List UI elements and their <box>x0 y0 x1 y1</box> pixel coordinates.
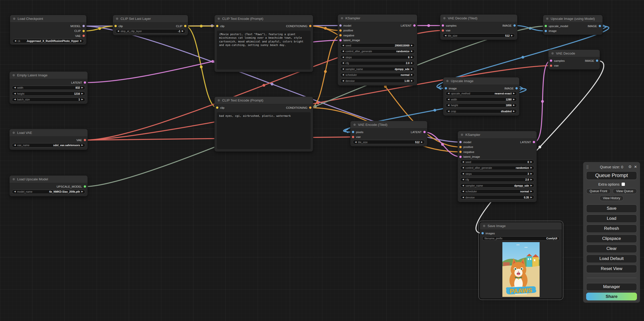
widget-decrement-icon[interactable]: ◀ <box>448 92 449 94</box>
save-button[interactable]: Save <box>586 204 637 213</box>
output-slot-image[interactable]: IMAGE <box>504 87 518 90</box>
ksampler-1[interactable]: KSamplermodelLATENTpositivenegativelaten… <box>338 15 417 85</box>
widget-increment-icon[interactable]: ▶ <box>411 44 413 46</box>
widget-sampler-name[interactable]: ◀sampler_namedpmpp_sde▶ <box>460 183 534 188</box>
input-slot-vae[interactable]: vae <box>442 29 451 32</box>
input-slot-model[interactable]: model <box>339 24 351 27</box>
node-title-bar[interactable]: CLIP Text Encode (Prompt) <box>215 97 313 104</box>
output-slot-image[interactable]: IMAGE <box>502 24 516 27</box>
input-slot-negative[interactable]: negative <box>339 34 354 37</box>
widget-increment-icon[interactable]: ▶ <box>411 74 413 76</box>
load-default-button[interactable]: Load Default <box>586 255 637 263</box>
output-port-icon[interactable] <box>84 81 86 84</box>
output-port-icon[interactable] <box>596 60 598 62</box>
widget-control-after-generate[interactable]: ◀control_after_generaterandomize▶ <box>340 49 415 54</box>
output-slot-image[interactable]: IMAGE <box>585 59 598 62</box>
widget-filename-prefix[interactable]: filename_prefixComfyUI <box>482 236 559 241</box>
vae-decode-tiled[interactable]: VAE Decode (Tiled)samplesIMAGEvae◀tile_s… <box>440 15 517 40</box>
input-slot-image[interactable]: image <box>445 87 457 90</box>
widget-increment-icon[interactable]: ▶ <box>82 191 83 193</box>
widget-width[interactable]: ◀width1280▶ <box>446 97 517 101</box>
node-title-bar[interactable]: VAE Encode (Tiled) <box>350 121 427 129</box>
load-checkpoint[interactable]: Load CheckpointMODELCLIPVAE◀ckJuggernaut… <box>10 15 86 45</box>
queue-prompt-button[interactable]: Queue Prompt <box>586 171 637 180</box>
collapse-dot-icon[interactable] <box>546 18 548 20</box>
widget-increment-icon[interactable]: ▶ <box>531 179 532 181</box>
widget-height[interactable]: ◀height1856▶ <box>446 103 517 108</box>
input-port-icon[interactable] <box>442 24 444 27</box>
node-title-bar[interactable]: Save Image <box>480 222 562 230</box>
input-slot-upscale-model[interactable]: upscale_model <box>545 25 568 28</box>
widget-increment-icon[interactable]: ▶ <box>531 185 532 187</box>
widget-increment-icon[interactable]: ▶ <box>411 68 413 70</box>
output-slot-clip[interactable]: CLIP <box>74 29 85 32</box>
widget-decrement-icon[interactable]: ◀ <box>355 141 356 143</box>
node-title-bar[interactable]: Load Upscale Model <box>10 176 88 183</box>
widget-increment-icon[interactable]: ▶ <box>82 93 83 95</box>
widget-steps[interactable]: ◀steps6▶ <box>340 55 415 59</box>
node-title-bar[interactable]: KSampler <box>338 15 417 22</box>
widget-decrement-icon[interactable]: ◀ <box>14 144 16 146</box>
output-port-icon[interactable] <box>309 106 311 109</box>
collapse-dot-icon[interactable] <box>13 132 15 134</box>
input-port-icon[interactable] <box>481 232 484 234</box>
widget-scheduler[interactable]: ◀schedulernormal▶ <box>340 73 415 77</box>
widget-increment-icon[interactable]: ▶ <box>513 104 515 106</box>
load-button[interactable]: Load <box>586 215 637 223</box>
clip-text-encode-negative[interactable]: CLIP Text Encode (Prompt)clipCONDITIONIN… <box>215 97 313 151</box>
node-title-bar[interactable]: CLIP Text Encode (Prompt) <box>215 15 313 23</box>
collapse-dot-icon[interactable] <box>461 134 463 136</box>
widget-scheduler[interactable]: ◀schedulernormal▶ <box>460 189 534 194</box>
widget-increment-icon[interactable]: ▶ <box>411 50 413 52</box>
node-title-bar[interactable]: VAE Decode (Tiled) <box>440 15 517 22</box>
collapse-dot-icon[interactable] <box>446 80 449 82</box>
collapse-dot-icon[interactable] <box>13 18 15 20</box>
input-port-icon[interactable] <box>545 30 547 32</box>
output-port-icon[interactable] <box>413 24 416 27</box>
output-port-icon[interactable] <box>83 30 85 32</box>
vae-encode-tiled[interactable]: VAE Encode (Tiled)pixelsLATENTvae◀tile_s… <box>350 121 427 146</box>
widget-sampler-name[interactable]: ◀sampler_namedpmpp_sde▶ <box>340 67 415 71</box>
widget-stop-at-clip-layer[interactable]: ◀stop_at_clip_layer-1▶ <box>115 29 186 33</box>
output-port-icon[interactable] <box>513 24 516 27</box>
input-port-icon[interactable] <box>352 131 354 133</box>
widget-height[interactable]: ◀height1216▶ <box>12 91 85 96</box>
prompt-textarea[interactable]: (Movie poster), (Text "Paws"), featuring… <box>217 31 311 70</box>
input-port-icon[interactable] <box>545 25 547 27</box>
widget-decrement-icon[interactable]: ◀ <box>462 179 464 181</box>
collapse-dot-icon[interactable] <box>218 18 220 20</box>
widget-decrement-icon[interactable]: ◀ <box>342 80 344 82</box>
reset-view-button[interactable]: Reset View <box>586 265 637 273</box>
input-slot-vae[interactable]: vae <box>550 64 559 67</box>
ksampler-2[interactable]: KSamplermodelLATENTpositivenegativelaten… <box>458 131 537 202</box>
widget-decrement-icon[interactable]: ◀ <box>445 35 446 37</box>
upscale-image-using-model[interactable]: Upscale Image (using Model)upscale_model… <box>543 15 602 35</box>
output-slot-image[interactable]: IMAGE <box>588 25 601 28</box>
output-slot-conditioning[interactable]: CONDITIONING <box>286 25 311 28</box>
output-slot-latent[interactable]: LATENT <box>401 24 416 27</box>
widget-increment-icon[interactable]: ▶ <box>82 87 83 89</box>
widget-decrement-icon[interactable]: ◀ <box>342 56 344 58</box>
input-slot-model[interactable]: model <box>459 141 471 144</box>
clipspace-button[interactable]: Clipspace <box>586 235 637 243</box>
widget-decrement-icon[interactable]: ◀ <box>462 161 464 163</box>
input-slot-clip[interactable]: clip <box>114 25 123 28</box>
input-slot-images[interactable]: images <box>481 232 495 235</box>
widget-increment-icon[interactable]: ▶ <box>513 98 515 100</box>
widget-model-name[interactable]: ◀model_name4x_NMKD-Siax_200k.pth▶ <box>12 190 85 194</box>
node-title-bar[interactable]: CLIP Set Last Layer <box>113 15 188 23</box>
input-port-icon[interactable] <box>339 39 342 41</box>
clear-button[interactable]: Clear <box>586 245 637 253</box>
input-port-icon[interactable] <box>339 34 342 36</box>
input-slot-positive[interactable]: positive <box>459 145 473 148</box>
settings-gear-icon[interactable]: ⚙ <box>628 165 632 169</box>
clip-set-last-layer[interactable]: CLIP Set Last LayerclipCLIP◀stop_at_clip… <box>113 15 188 35</box>
upscale-image[interactable]: Upscale ImageimageIMAGE◀upscale_methodne… <box>443 77 519 116</box>
widget-decrement-icon[interactable]: ◀ <box>342 44 344 46</box>
widget-increment-icon[interactable]: ▶ <box>531 167 532 169</box>
widget-seed[interactable]: ◀seed2956515069▶ <box>340 43 415 47</box>
collapse-dot-icon[interactable] <box>13 178 15 180</box>
widget-decrement-icon[interactable]: ◀ <box>462 196 464 198</box>
input-port-icon[interactable] <box>459 151 462 153</box>
widget-crop[interactable]: ◀cropdisabled▶ <box>446 109 517 113</box>
